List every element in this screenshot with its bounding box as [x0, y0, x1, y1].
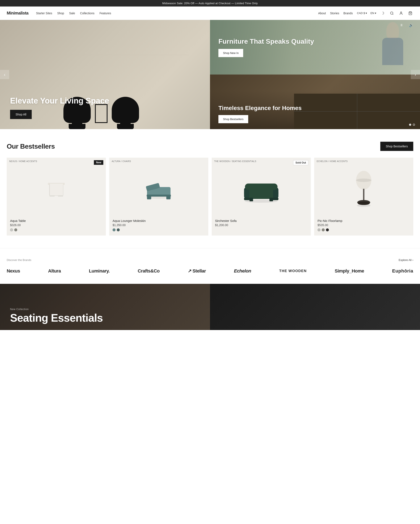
brand-name[interactable]: Echelon	[234, 268, 251, 274]
hero-left-content: Elevate Your Living Space Shop All	[10, 96, 109, 119]
color-swatch[interactable]	[322, 228, 325, 231]
color-swatch[interactable]	[113, 228, 115, 231]
shop-bestsellers-button[interactable]: Shop Bestsellers	[380, 142, 413, 151]
hero-right-top-content: Furniture That Speaks Quality Shop New I…	[219, 37, 314, 57]
hero-pause-button[interactable]: ⏸	[400, 23, 403, 27]
product-swatches	[113, 228, 205, 231]
language-selector[interactable]: EN ▾	[370, 12, 376, 15]
svg-rect-8	[50, 184, 63, 195]
brands-section: Discover the Brands Explore All › NexusA…	[0, 248, 420, 284]
hero-headline-1: Elevate Your Living Space	[10, 96, 109, 105]
hero-shop-all-button[interactable]: Shop All	[10, 110, 32, 119]
product-name: Aqua Table	[10, 219, 103, 223]
header: Minimalista Starter Sites Shop Sale Coll…	[0, 7, 420, 20]
nav-stories[interactable]: Stories	[330, 12, 339, 15]
product-illustration	[114, 162, 204, 212]
product-illustration	[11, 162, 102, 212]
hero-right-panel: Furniture That Speaks Quality Shop New I…	[210, 20, 420, 129]
nav-sale[interactable]: Sale	[69, 12, 75, 15]
svg-rect-13	[147, 196, 151, 199]
brand-name[interactable]: Crafts&Co	[138, 268, 160, 274]
badge-new: New	[94, 160, 103, 165]
product-info: Sirchester Sofa $1,200.00	[212, 217, 311, 231]
svg-rect-22	[249, 200, 253, 201]
brand-name[interactable]: ↗ Stellar	[188, 268, 206, 274]
product-card[interactable]: ECHELON / HOME ACCENTS Pic-Nic Floorlamp…	[314, 158, 413, 236]
brand-name[interactable]: Nexus	[7, 268, 20, 274]
product-name: Pic-Nic Floorlamp	[317, 219, 410, 223]
hero-dot-2[interactable]	[413, 124, 415, 126]
color-swatch[interactable]	[10, 228, 13, 231]
hero-next-button[interactable]: ›	[411, 70, 420, 79]
currency-selector[interactable]: CAD $ ▾	[357, 12, 367, 15]
collection-teaser[interactable]: New Collection Seating Essentials	[0, 284, 210, 330]
account-icon[interactable]	[398, 10, 404, 16]
nav-right: About Stories Brands	[318, 12, 353, 15]
hero-right-bottom-content: Timeless Elegance for Homes Shop Bestsel…	[219, 105, 302, 123]
product-info: Aqua Table $326.00	[7, 217, 106, 236]
color-swatch[interactable]	[317, 228, 320, 231]
cart-icon[interactable]	[407, 10, 413, 16]
announcement-text: Midseason Sale: 20% Off — Auto Applied a…	[162, 2, 258, 5]
product-illustration	[318, 162, 409, 212]
svg-rect-23	[270, 200, 273, 201]
product-price: $326.00	[10, 223, 103, 227]
bestsellers-section: Our Bestsellers Shop Bestsellers NEXUS /…	[0, 129, 420, 248]
explore-all-link[interactable]: Explore All ›	[399, 258, 413, 262]
product-image: ECHELON / HOME ACCENTS	[314, 158, 413, 217]
discover-brands-label: Discover the Brands	[7, 258, 31, 262]
color-swatch[interactable]	[14, 228, 17, 231]
brands-header: Discover the Brands Explore All ›	[7, 258, 413, 262]
svg-point-26	[356, 178, 371, 182]
nav-brands[interactable]: Brands	[343, 12, 353, 15]
product-info: Aqua Lounger Moleskin $1,350.00	[109, 217, 208, 236]
hero-shop-new-in-button[interactable]: Shop New In	[219, 49, 243, 57]
hero-shop-bestsellers-button[interactable]: Shop Bestsellers	[219, 115, 248, 123]
svg-rect-19	[245, 183, 278, 190]
brand-name[interactable]: Euphōria	[392, 268, 413, 274]
nav-collections[interactable]: Collections	[80, 12, 94, 15]
collection-title: Seating Essentials	[10, 312, 200, 323]
color-swatch[interactable]	[326, 228, 329, 231]
collection-label: New Collection	[10, 308, 200, 311]
svg-point-2	[401, 12, 402, 13]
search-icon[interactable]	[389, 10, 395, 16]
section-header: Our Bestsellers Shop Bestsellers	[7, 142, 413, 151]
product-price: $1,200.00	[215, 223, 307, 227]
brand-name[interactable]: Altura	[48, 268, 61, 274]
brand-name[interactable]: Simply_Home	[335, 268, 364, 274]
brand-name[interactable]: THE WOODEN	[279, 269, 307, 273]
svg-point-0	[390, 12, 393, 14]
product-swatches	[317, 228, 410, 231]
brand-name[interactable]: Luminary.	[89, 268, 110, 274]
product-card[interactable]: ALTURA / CHAIRS Aqua Lounger Moleskin $1…	[109, 158, 208, 236]
theme-toggle[interactable]: ☽	[380, 10, 385, 16]
chevron-down-icon: ▾	[375, 12, 376, 15]
nav-about[interactable]: About	[318, 12, 326, 15]
nav-shop[interactable]: Shop	[57, 12, 64, 15]
product-image: ALTURA / CHAIRS	[109, 158, 208, 217]
currency-label: CAD $	[357, 12, 365, 15]
hero-headline-2: Furniture That Speaks Quality	[219, 37, 314, 45]
section-title: Our Bestsellers	[7, 143, 55, 150]
logo[interactable]: Minimalista	[7, 11, 28, 16]
nav-starter-sites[interactable]: Starter Sites	[36, 12, 52, 15]
product-name: Aqua Lounger Moleskin	[113, 219, 205, 223]
hero-right-top: Furniture That Speaks Quality Shop New I…	[210, 20, 420, 75]
arrow-icon: ›	[412, 258, 413, 262]
hero-section: Elevate Your Living Space Shop All Furni…	[0, 20, 420, 129]
chevron-down-icon: ▾	[366, 12, 367, 15]
hero-audio-button[interactable]: 🔊	[409, 23, 413, 27]
svg-rect-21	[270, 198, 279, 200]
hero-dot-1[interactable]	[409, 124, 411, 126]
svg-line-1	[393, 14, 393, 15]
product-card[interactable]: THE WOODEN / SEATING ESSENTIALS Sold Out…	[212, 158, 311, 236]
color-swatch[interactable]	[117, 228, 120, 231]
nav-features[interactable]: Features	[100, 12, 111, 15]
product-brand-tag: ECHELON / HOME ACCENTS	[317, 160, 348, 163]
product-brand-tag: ALTURA / CHAIRS	[112, 160, 131, 163]
badge-sold: Sold Out	[293, 160, 308, 165]
svg-rect-14	[166, 196, 171, 199]
hero-prev-button[interactable]: ‹	[0, 70, 9, 79]
product-card[interactable]: NEXUS / HOME ACCENTS New Aqua Table $326…	[7, 158, 106, 236]
